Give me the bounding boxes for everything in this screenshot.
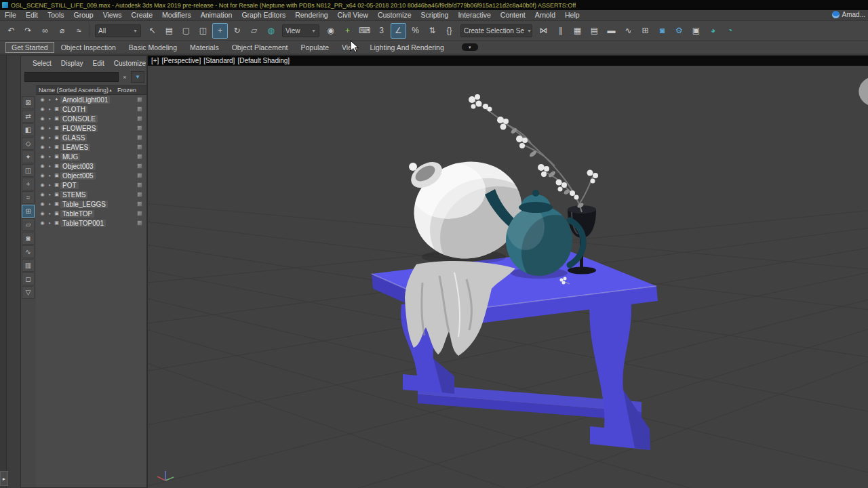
ribbon-tab[interactable]: Object Inspection	[55, 42, 122, 53]
perspective-viewport[interactable]: [+] [Perspective] [Standard] [Default Sh…	[147, 56, 868, 488]
menu-item[interactable]: Graph Editors	[237, 10, 290, 21]
frozen-toggle-icon[interactable]	[137, 192, 142, 197]
menu-item[interactable]: Group	[69, 10, 98, 21]
scene-explorer-tab[interactable]: Edit	[88, 60, 109, 67]
frozen-toggle-icon[interactable]	[137, 211, 142, 216]
visibility-eye-icon[interactable]: ◉	[39, 211, 46, 216]
rectangular-selection-region-icon[interactable]: ▢	[178, 23, 194, 39]
menu-item[interactable]: Customize	[373, 10, 416, 21]
select-and-scale-icon[interactable]: ▱	[246, 23, 262, 39]
render-production-icon[interactable]: ◕	[705, 23, 721, 39]
ribbon-tab[interactable]: Basic Modeling	[123, 42, 183, 53]
menu-item[interactable]: File	[0, 10, 21, 21]
toggle-scene-explorer-icon[interactable]: ▦	[570, 23, 585, 39]
clear-search-icon[interactable]: ×	[121, 74, 129, 81]
visibility-eye-icon[interactable]: ◉	[39, 154, 46, 159]
selection-filter-dropdown[interactable]: All ▼	[95, 24, 141, 37]
sync-selection-icon[interactable]: ⇄	[22, 110, 35, 123]
ribbon-tab[interactable]: Get Started	[5, 42, 54, 53]
frozen-toggle-icon[interactable]	[137, 144, 142, 150]
bind-to-space-warp-icon[interactable]: ≈	[71, 23, 87, 39]
frozen-toggle-icon[interactable]	[137, 154, 142, 159]
render-dot-icon[interactable]: ●	[46, 117, 53, 121]
select-and-link-icon[interactable]: ∞	[37, 23, 53, 39]
viewport-menu-renderer[interactable]: [Standard]	[203, 57, 235, 64]
filter-bones-icon[interactable]: ∿	[22, 245, 35, 258]
render-dot-icon[interactable]: ●	[46, 136, 53, 140]
visibility-eye-icon[interactable]: ◉	[39, 125, 46, 131]
viewport-menu-pov[interactable]: [Perspective]	[161, 57, 201, 64]
frozen-toggle-icon[interactable]	[137, 182, 142, 188]
align-icon[interactable]: ∥	[553, 23, 568, 39]
menu-item[interactable]: Arnold	[530, 10, 560, 21]
display-none-icon[interactable]: ◻	[22, 272, 35, 285]
frozen-toggle-icon[interactable]	[137, 116, 142, 121]
filter-xrefs-icon[interactable]: ▱	[22, 218, 35, 231]
render-dot-icon[interactable]: ●	[46, 126, 53, 130]
expand-left-panel-button[interactable]: ►	[0, 471, 8, 486]
menu-item[interactable]: Animation	[196, 10, 237, 21]
select-and-rotate-icon[interactable]: ↻	[229, 23, 245, 39]
menu-item[interactable]: Create	[127, 10, 158, 21]
menu-item[interactable]: Tools	[43, 10, 69, 21]
select-object-icon[interactable]: ↖	[144, 23, 160, 39]
column-header-frozen[interactable]: Frozen	[114, 86, 146, 94]
select-and-manipulate-icon[interactable]: +	[340, 23, 355, 39]
redo-icon[interactable]: ↷	[20, 23, 36, 39]
spinner-snap-toggle-icon[interactable]: ⇅	[425, 23, 440, 39]
scene-object-row[interactable]: ◉ ● ▣ Object005	[36, 171, 146, 180]
angle-snap-toggle-icon[interactable]: ∠	[391, 23, 406, 39]
menu-item[interactable]: Scripting	[416, 10, 454, 21]
render-dot-icon[interactable]: ●	[46, 145, 53, 149]
render-iterative-icon[interactable]: ◔	[722, 23, 738, 39]
frozen-toggle-icon[interactable]	[137, 201, 142, 207]
visibility-eye-icon[interactable]: ◉	[39, 173, 46, 178]
lock-cell-editing-icon[interactable]: ⊠	[22, 96, 35, 109]
frozen-toggle-icon[interactable]	[137, 220, 142, 226]
curve-editor-icon[interactable]: ∿	[620, 23, 636, 39]
filter-spacewarps-icon[interactable]: ≈	[22, 191, 35, 204]
filter-geometry-icon[interactable]: ◧	[22, 123, 35, 136]
scene-object-row[interactable]: ◉ ● ▣ GLASS	[36, 133, 146, 142]
ribbon-tab[interactable]: Materials	[184, 42, 225, 53]
select-by-name-icon[interactable]: ▤	[161, 23, 177, 39]
menu-item[interactable]: Help	[560, 10, 585, 21]
menu-item[interactable]: Views	[98, 10, 127, 21]
snaps-toggle-3d-icon[interactable]: 3	[374, 23, 389, 39]
visibility-eye-icon[interactable]: ◉	[39, 201, 46, 207]
scene-explorer-tab[interactable]: Customize	[109, 60, 151, 67]
render-dot-icon[interactable]: ●	[46, 155, 53, 159]
edit-named-selection-sets-icon[interactable]: {}	[441, 23, 457, 39]
render-dot-icon[interactable]: ●	[46, 183, 53, 187]
unlink-selection-icon[interactable]: ⌀	[54, 23, 70, 39]
filter-containers-icon[interactable]: ▥	[22, 259, 35, 272]
user-account-button[interactable]: Amad...	[832, 11, 865, 18]
undo-icon[interactable]: ↶	[3, 23, 19, 39]
render-dot-icon[interactable]: ●	[46, 221, 53, 225]
visibility-eye-icon[interactable]: ◉	[39, 192, 46, 197]
menu-item[interactable]: Interactive	[453, 10, 495, 21]
filter-lights-icon[interactable]: ✦	[22, 150, 35, 163]
filter-groups-icon[interactable]: ⊞	[22, 205, 35, 218]
scene-object-row[interactable]: ◉ ● ▣ Table_LEGGS	[36, 199, 146, 209]
scene-explorer-tab[interactable]: Display	[56, 60, 88, 67]
menu-item[interactable]: Edit	[21, 10, 43, 21]
viewport-menu-shading[interactable]: [Default Shading]	[237, 57, 290, 64]
filter-materials-icon[interactable]: ◙	[22, 232, 35, 245]
use-pivot-point-center-icon[interactable]: ◉	[323, 23, 338, 39]
reference-coordinate-system-dropdown[interactable]: View ▼	[282, 24, 319, 37]
toggle-ribbon-icon[interactable]: ▬	[604, 23, 619, 39]
ribbon-tab[interactable]: Populate	[295, 42, 335, 53]
scene-object-row[interactable]: ◉ ● ▣ FLOWERS	[36, 123, 146, 133]
visibility-eye-icon[interactable]: ◉	[39, 135, 46, 140]
filter-helpers-icon[interactable]: +	[22, 178, 35, 190]
render-dot-icon[interactable]: ●	[46, 164, 53, 168]
render-dot-icon[interactable]: ●	[46, 211, 53, 216]
visibility-eye-icon[interactable]: ◉	[39, 106, 46, 112]
toggle-layer-explorer-icon[interactable]: ▤	[587, 23, 602, 39]
render-setup-icon[interactable]: ⚙	[671, 23, 687, 39]
search-filter-icon[interactable]: ▼	[131, 71, 144, 83]
visibility-eye-icon[interactable]: ◉	[39, 144, 46, 150]
filter-funnel-icon[interactable]: ▽	[22, 286, 35, 299]
material-editor-icon[interactable]: ◙	[654, 23, 670, 39]
